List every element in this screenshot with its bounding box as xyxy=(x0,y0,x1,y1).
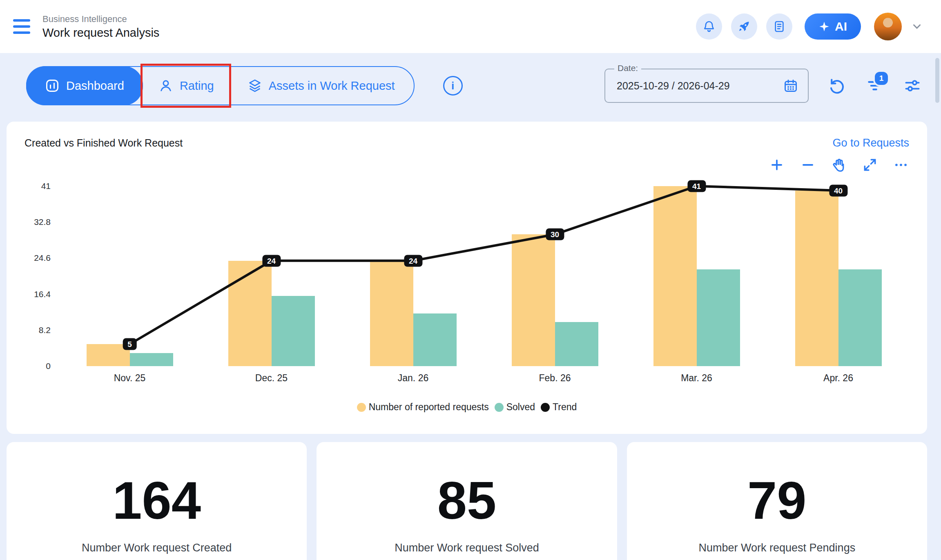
notifications-button[interactable] xyxy=(696,13,722,40)
app-subtitle: Business Intelligence xyxy=(42,14,159,24)
rocket-icon xyxy=(738,20,751,33)
bar-group xyxy=(201,261,342,366)
tab-rating[interactable]: Rating xyxy=(142,67,230,104)
date-field-label: Date: xyxy=(614,63,641,73)
tab-assets-label: Assets in Work Request xyxy=(269,79,395,93)
bar-solved[interactable] xyxy=(272,296,315,366)
trend-point-label: 40 xyxy=(829,184,847,196)
scrollbar-thumb[interactable] xyxy=(935,58,939,103)
bar-group xyxy=(626,186,767,366)
chart-card: Created vs Finished Work Request Go to R… xyxy=(7,122,927,434)
zoom-out-icon[interactable] xyxy=(800,157,816,173)
trend-point-label: 24 xyxy=(262,255,281,267)
chevron-down-icon[interactable] xyxy=(911,20,923,33)
notes-button[interactable] xyxy=(766,13,792,40)
ai-button[interactable]: AI xyxy=(805,13,861,40)
tab-rating-label: Rating xyxy=(180,79,214,93)
layers-icon xyxy=(248,78,262,93)
bar-solved[interactable] xyxy=(413,313,457,366)
y-tick-label: 16.4 xyxy=(34,289,51,299)
date-range-field[interactable]: Date: 2025-10-29 / 2026-04-29 xyxy=(604,69,809,103)
trend-point-label: 5 xyxy=(123,338,137,350)
stat-label: Number Work request Pendings xyxy=(698,542,855,554)
y-tick-label: 24.6 xyxy=(34,253,51,263)
stat-card-pendings: 79 Number Work request Pendings xyxy=(627,442,927,560)
y-tick-label: 32.8 xyxy=(34,217,51,227)
document-icon xyxy=(773,20,786,33)
top-bar: Business Intelligence Work request Analy… xyxy=(0,0,941,53)
tab-group: Dashboard Rating xyxy=(26,66,415,105)
chart-plot-area: 08.216.424.632.841 52424304140 xyxy=(25,186,909,366)
y-tick-label: 41 xyxy=(41,181,51,191)
x-tick-label: Mar. 26 xyxy=(626,373,767,384)
info-icon[interactable]: i xyxy=(443,76,463,96)
bar-group xyxy=(484,234,626,366)
x-axis: Nov. 25Dec. 25Jan. 26Feb. 26Mar. 26Apr. … xyxy=(59,373,909,384)
plot: 52424304140 xyxy=(59,186,909,366)
y-axis: 08.216.424.632.841 xyxy=(25,186,59,366)
bar-reported[interactable] xyxy=(370,261,413,366)
header-titles: Business Intelligence Work request Analy… xyxy=(42,14,159,40)
bar-group xyxy=(767,191,909,366)
y-tick-label: 0 xyxy=(46,361,51,371)
stat-card-solved: 85 Number Work request Solved xyxy=(317,442,617,560)
x-tick-label: Jan. 26 xyxy=(342,373,484,384)
bar-reported[interactable] xyxy=(653,186,697,366)
legend-label: Solved xyxy=(506,402,535,413)
bar-group xyxy=(342,261,484,366)
dashboard-icon xyxy=(45,78,60,93)
chart-title: Created vs Finished Work Request xyxy=(25,137,183,149)
stats-row: 164 Number Work request Created 85 Numbe… xyxy=(7,442,927,560)
legend-dot xyxy=(495,403,504,412)
trend-point-label: 24 xyxy=(404,255,422,267)
legend-dot xyxy=(357,403,366,412)
bell-icon xyxy=(702,20,716,33)
toolbar-row: Dashboard Rating xyxy=(26,66,921,105)
bar-solved[interactable] xyxy=(555,322,598,366)
tab-assets-in-work-request[interactable]: Assets in Work Request xyxy=(230,67,414,104)
tab-dashboard[interactable]: Dashboard xyxy=(26,66,143,105)
x-tick-label: Feb. 26 xyxy=(484,373,626,384)
sparkle-icon xyxy=(818,21,830,32)
bar-solved[interactable] xyxy=(697,269,740,366)
filter-badge: 1 xyxy=(873,70,890,87)
zoom-in-icon[interactable] xyxy=(769,157,785,173)
legend-item[interactable]: Number of reported requests xyxy=(357,402,489,413)
more-options-icon[interactable] xyxy=(893,157,909,173)
rocket-button[interactable] xyxy=(731,13,757,40)
date-range-value: 2025-10-29 / 2026-04-29 xyxy=(617,80,730,92)
avatar[interactable] xyxy=(874,13,902,40)
y-tick-label: 8.2 xyxy=(39,325,51,335)
chart-legend: Number of reported requestsSolvedTrend xyxy=(25,402,909,413)
x-tick-label: Apr. 26 xyxy=(767,373,909,384)
legend-item[interactable]: Solved xyxy=(495,402,535,413)
bar-solved[interactable] xyxy=(838,269,882,366)
calendar-icon[interactable] xyxy=(783,78,798,93)
settings-sliders-button[interactable] xyxy=(903,77,921,95)
stat-value: 79 xyxy=(747,474,807,527)
x-tick-label: Nov. 25 xyxy=(59,373,201,384)
stat-value: 164 xyxy=(112,474,201,527)
stat-card-created: 164 Number Work request Created xyxy=(7,442,307,560)
go-to-requests-link[interactable]: Go to Requests xyxy=(832,137,909,149)
legend-item[interactable]: Trend xyxy=(541,402,577,413)
stat-label: Number Work request Solved xyxy=(395,542,539,554)
bar-reported[interactable] xyxy=(512,234,555,366)
filter-button[interactable]: 1 xyxy=(866,77,884,95)
refresh-button[interactable] xyxy=(828,77,846,95)
page-title: Work request Analysis xyxy=(42,26,159,40)
person-icon xyxy=(158,78,173,93)
ai-button-label: AI xyxy=(835,20,847,33)
tab-dashboard-label: Dashboard xyxy=(66,79,124,93)
fullscreen-icon[interactable] xyxy=(862,157,878,173)
legend-dot xyxy=(541,403,550,412)
bar-reported[interactable] xyxy=(228,261,272,366)
stat-label: Number Work request Created xyxy=(82,542,232,554)
legend-label: Number of reported requests xyxy=(369,402,489,413)
chart-toolbar xyxy=(25,156,909,174)
bar-reported[interactable] xyxy=(795,191,838,366)
menu-icon[interactable] xyxy=(13,19,30,34)
trend-point-label: 30 xyxy=(546,229,564,240)
bar-solved[interactable] xyxy=(130,353,173,366)
pan-hand-icon[interactable] xyxy=(831,157,847,173)
